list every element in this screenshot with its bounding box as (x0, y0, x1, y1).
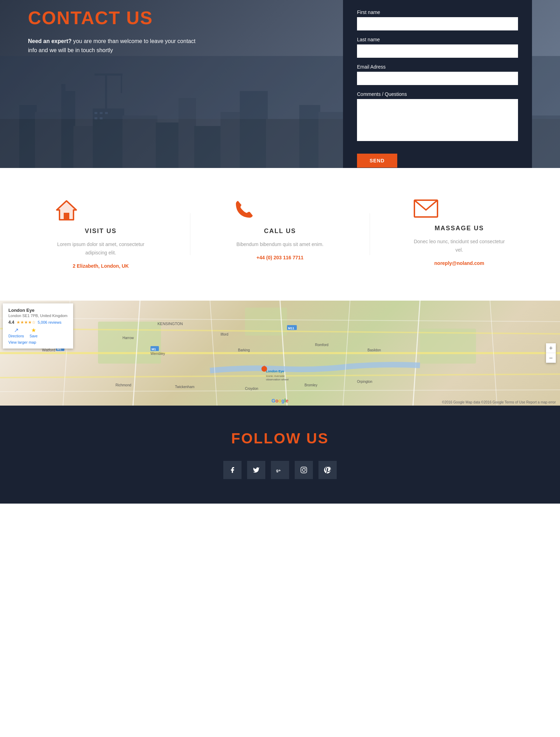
svg-text:London Eye: London Eye (266, 370, 284, 373)
svg-text:Romford: Romford (315, 343, 328, 347)
massage-card-desc: Donec leo nunc, tincidunt sed consectetu… (414, 238, 505, 254)
massage-card-link[interactable]: noreply@noland.com (434, 260, 484, 266)
directions-button[interactable]: ↗ Directions (8, 327, 24, 338)
first-name-group: First name (357, 9, 518, 30)
email-label: Email Adress (357, 64, 518, 70)
svg-text:Wembley: Wembley (150, 352, 165, 356)
svg-rect-38 (98, 322, 161, 364)
email-group: Email Adress (357, 64, 518, 85)
hero-section: CONTACT US Need an expert? you are more … (0, 0, 560, 168)
hero-content: CONTACT US Need an expert? you are more … (0, 0, 560, 168)
map-info-panel: London Eye London SE1 7PB, United Kingdo… (3, 303, 73, 349)
subtitle-bold: Need an expert? (28, 38, 71, 44)
visit-card-title: VISIT US (55, 227, 146, 235)
svg-text:Harrow: Harrow (122, 336, 134, 340)
contact-info-section: VISIT US Lorem ipsum dolor sit amet, con… (0, 168, 560, 301)
follow-title: FOLLOW US (28, 430, 532, 447)
twitter-icon (253, 466, 260, 473)
save-label: Save (29, 334, 37, 338)
svg-rect-78 (301, 467, 307, 473)
map-zoom-controls: + − (546, 343, 556, 363)
directions-icon: ↗ (14, 327, 19, 334)
comments-group: Comments / Questions (357, 91, 518, 142)
svg-text:Ilford: Ilford (220, 332, 228, 336)
call-card: CALL US Bibendum bibendum quis sit amet … (224, 199, 336, 261)
map-place-name: London Eye (8, 308, 68, 313)
zoom-in-button[interactable]: + (546, 343, 556, 353)
map-roads-svg: Watford Harrow Wembley Ilford Barking Ro… (0, 301, 560, 406)
save-button[interactable]: ★ Save (29, 327, 37, 338)
svg-point-79 (302, 468, 305, 471)
svg-text:Basildon: Basildon (368, 348, 381, 352)
follow-section: FOLLOW US g+ (0, 406, 560, 504)
svg-rect-40 (420, 329, 476, 364)
facebook-button[interactable] (223, 461, 241, 479)
massage-card-title: MASSAGE US (414, 225, 505, 232)
last-name-input[interactable] (357, 44, 518, 58)
divider-1 (190, 213, 190, 255)
svg-line-52 (0, 390, 560, 392)
phone-icon (234, 199, 326, 220)
last-name-label: Last name (357, 37, 518, 42)
svg-text:KENSINGTON: KENSINGTON (158, 322, 183, 326)
social-icons-row: g+ (28, 461, 532, 479)
twitter-button[interactable] (247, 461, 265, 479)
google-plus-button[interactable]: g+ (271, 461, 289, 479)
last-name-group: Last name (357, 37, 518, 58)
comments-textarea[interactable] (357, 99, 518, 141)
email-input[interactable] (357, 72, 518, 85)
house-icon (55, 199, 146, 220)
svg-marker-36 (57, 201, 76, 220)
map-place-address: London SE1 7PB, United Kingdom (8, 314, 68, 318)
contact-form: First name Last name Email Adress Commen… (343, 0, 532, 168)
map-reviews[interactable]: 5,006 reviews (38, 320, 62, 324)
svg-text:Croydon: Croydon (245, 387, 258, 391)
google-plus-icon: g+ (276, 466, 284, 473)
instagram-icon (300, 466, 307, 473)
facebook-icon (229, 466, 236, 473)
visit-card-desc: Lorem ipsum dolor sit amet, consectetur … (55, 240, 146, 257)
svg-text:Iconic riverside: Iconic riverside (266, 374, 285, 378)
map-rating-row: 4.4 ★★★★☆ 5,006 reviews (8, 320, 68, 325)
send-button[interactable]: SEND (357, 154, 397, 168)
map-actions: ↗ Directions ★ Save (8, 327, 68, 338)
map-rating-number: 4.4 (8, 320, 14, 325)
map-section: Watford Harrow Wembley Ilford Barking Ro… (0, 301, 560, 406)
pinterest-icon (324, 466, 331, 473)
svg-text:Bromley: Bromley (304, 383, 317, 387)
comments-label: Comments / Questions (357, 91, 518, 97)
massage-card: MASSAGE US Donec leo nunc, tincidunt sed… (403, 199, 515, 266)
first-name-input[interactable] (357, 17, 518, 30)
svg-text:Orpington: Orpington (357, 380, 372, 384)
svg-text:Richmond: Richmond (115, 383, 131, 387)
page-title: CONTACT US (28, 7, 203, 28)
map-stars: ★★★★☆ (16, 320, 36, 325)
visit-card-link[interactable]: 2 Elizabeth, London, UK (73, 263, 129, 269)
call-card-desc: Bibendum bibendum quis sit amet enim. (234, 240, 326, 249)
envelope-icon (414, 199, 505, 218)
call-card-title: CALL US (234, 227, 326, 235)
svg-text:Barking: Barking (238, 348, 250, 352)
google-logo: Google (272, 398, 288, 403)
visit-card: VISIT US Lorem ipsum dolor sit amet, con… (45, 199, 157, 269)
zoom-out-button[interactable]: − (546, 353, 556, 363)
svg-text:Twickenham: Twickenham (175, 385, 195, 389)
divider-2 (370, 213, 370, 255)
hero-left-panel: CONTACT US Need an expert? you are more … (28, 0, 203, 55)
hero-subtitle: Need an expert? you are more than welcom… (28, 37, 203, 55)
directions-label: Directions (8, 334, 24, 338)
first-name-label: First name (357, 9, 518, 15)
view-larger-map-link[interactable]: View larger map (8, 340, 68, 344)
instagram-button[interactable] (295, 461, 313, 479)
pinterest-button[interactable] (318, 461, 337, 479)
save-icon: ★ (31, 327, 36, 334)
map-copyright: ©2016 Google Map data ©2016 Google Terms… (442, 400, 556, 404)
svg-point-80 (305, 468, 306, 469)
call-card-link[interactable]: +44 (0) 203 116 7711 (257, 255, 303, 260)
svg-text:observation wheel: observation wheel (266, 378, 289, 381)
svg-text:M1: M1 (152, 348, 156, 351)
svg-text:g+: g+ (276, 468, 281, 472)
svg-text:M11: M11 (288, 327, 294, 330)
